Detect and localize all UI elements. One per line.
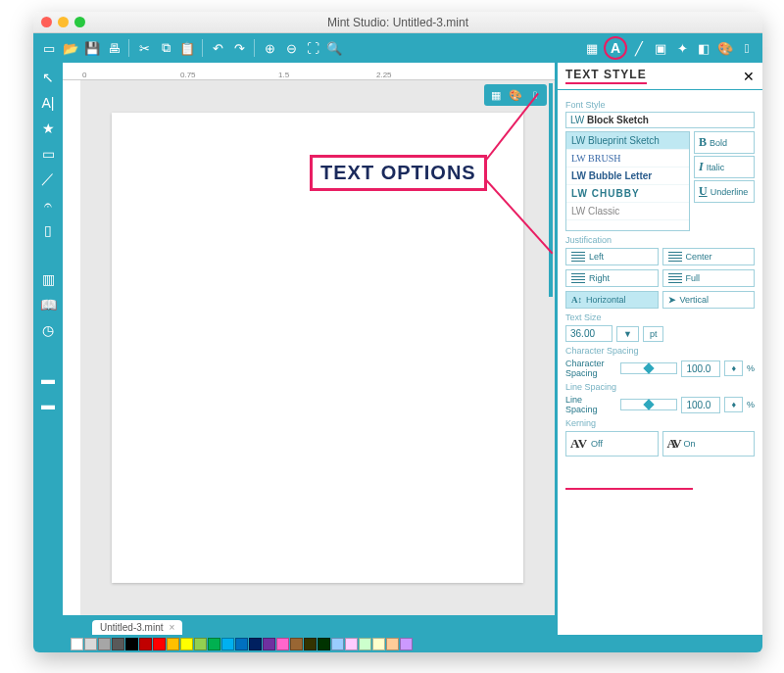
color-swatch[interactable] (276, 638, 289, 650)
font-option[interactable]: LW BRUSH (566, 150, 689, 168)
italic-button[interactable]: IItalic (694, 156, 755, 178)
rect-icon[interactable]: ▭ (37, 143, 59, 165)
color-swatch[interactable] (400, 638, 413, 650)
undo-icon[interactable]: ↶ (208, 38, 227, 58)
justify-right-button[interactable]: Right (565, 269, 659, 287)
font-name-input[interactable]: LW Block Sketch (565, 112, 755, 128)
print-icon[interactable]: 🖶 (104, 38, 123, 58)
color-swatch[interactable] (290, 638, 303, 650)
size-stepper[interactable]: ▼ (616, 326, 639, 342)
save-icon[interactable]: 💾 (82, 38, 102, 58)
tab-close-icon[interactable]: × (169, 622, 174, 633)
feather-icon[interactable]: 𓆸 (737, 38, 757, 58)
zoom-out-icon[interactable]: ⊖ (281, 38, 301, 58)
line-style-icon[interactable]: ╱ (629, 38, 649, 58)
open-icon[interactable]: 📂 (61, 38, 80, 58)
color-swatch[interactable] (180, 638, 193, 650)
char-spacing-slider[interactable] (620, 362, 677, 374)
color-swatch[interactable] (331, 638, 344, 650)
orient-horizontal-button[interactable]: A↕Horizontal (565, 291, 659, 309)
color-swatch[interactable] (372, 638, 385, 650)
document-tab[interactable]: Untitled-3.mint × (92, 620, 182, 635)
color-swatch[interactable] (235, 638, 248, 650)
line-spacing-label: Line Spacing (565, 382, 755, 392)
color-swatch[interactable] (167, 638, 179, 650)
color-swatch[interactable] (112, 638, 124, 650)
text-icon[interactable]: A| (37, 92, 59, 114)
zoom-icon[interactable] (74, 17, 85, 27)
book-icon[interactable]: 📖 (37, 294, 59, 315)
star-icon[interactable]: ★ (37, 118, 59, 139)
justify-left-button[interactable]: Left (565, 248, 659, 265)
color-swatch[interactable] (386, 638, 399, 650)
orient-vertical-button[interactable]: ➤Vertical (662, 291, 756, 309)
font-option[interactable]: LW CHUBBY (566, 185, 689, 203)
cut-icon[interactable]: ✂ (134, 38, 154, 58)
library-icon[interactable]: ▥ (37, 268, 59, 290)
kerning-off-button[interactable]: AVOff (565, 431, 659, 457)
color-swatch[interactable] (359, 638, 371, 650)
char-spacing-input[interactable]: 100.0 (681, 361, 720, 377)
font-option[interactable]: LW Classic (566, 203, 689, 220)
color-swatch[interactable] (208, 638, 220, 650)
fill-icon[interactable]: ▦ (582, 38, 602, 58)
color-swatch[interactable] (318, 638, 330, 650)
brush-icon[interactable]: 𝄐 (37, 194, 59, 216)
callout-label: TEXT OPTIONS (310, 155, 487, 191)
color-swatch[interactable] (98, 638, 111, 650)
kerning-on-button[interactable]: AVOn (662, 431, 756, 457)
font-option[interactable]: LW Blueprint Sketch (566, 132, 689, 150)
line-spacing-input[interactable]: 100.0 (681, 397, 720, 413)
redo-icon[interactable]: ↷ (229, 38, 249, 58)
badge-palette-icon[interactable]: 🎨 (507, 87, 524, 103)
layer2-icon[interactable]: ▬ (37, 394, 59, 415)
color-swatch[interactable] (153, 638, 166, 650)
select-icon[interactable]: ↖ (37, 67, 59, 88)
color-swatch[interactable] (125, 638, 138, 650)
line-spacing-slider[interactable] (620, 399, 677, 410)
eraser-icon[interactable]: ▯ (37, 219, 59, 241)
color-swatch[interactable] (194, 638, 207, 650)
close-icon[interactable] (41, 17, 52, 27)
color-swatch[interactable] (221, 638, 234, 650)
color-swatch[interactable] (249, 638, 262, 650)
panel-close-icon[interactable]: ✕ (743, 69, 755, 84)
tab-strip: Untitled-3.mint × (63, 615, 555, 635)
color-swatch[interactable] (263, 638, 275, 650)
palette-icon[interactable]: 🎨 (715, 38, 735, 58)
color-swatch[interactable] (84, 638, 97, 650)
new-icon[interactable]: ▭ (39, 38, 59, 58)
kerning-label: Kerning (565, 418, 755, 428)
minimize-icon[interactable] (58, 17, 69, 27)
annotation-bar (549, 83, 553, 297)
justify-full-button[interactable]: Full (662, 269, 756, 287)
underline-button[interactable]: UUnderline (694, 180, 755, 203)
bold-button[interactable]: BBold (694, 131, 755, 154)
text-tool-button[interactable]: A (604, 36, 627, 60)
justify-center-button[interactable]: Center (662, 248, 756, 265)
size-unit[interactable]: pt (643, 326, 664, 342)
canvas-area: 0 0.75 1.5 2.25 DESIGN VIEW ▦ 🎨 𓆸 Untitl… (63, 63, 555, 635)
font-list[interactable]: LW Blueprint Sketch LW BRUSH LW Bubble L… (565, 131, 690, 231)
zoom-fit-icon[interactable]: ⛶ (303, 38, 322, 58)
badge-grid-icon[interactable]: ▦ (487, 87, 505, 103)
color-swatch[interactable] (345, 638, 358, 650)
effects-icon[interactable]: ✦ (672, 38, 692, 58)
layer1-icon[interactable]: ▬ (37, 368, 59, 390)
crop-icon[interactable]: ▣ (651, 38, 670, 58)
line-spacing-stepper[interactable]: ♦ (724, 397, 743, 412)
left-toolbar: ↖ A| ★ ▭ ／ 𝄐 ▯ ▥ 📖 ◷ ▬ ▬ (33, 63, 63, 635)
color-swatch[interactable] (139, 638, 152, 650)
copy-icon[interactable]: ⧉ (156, 38, 175, 58)
color-swatch[interactable] (71, 638, 83, 650)
paste-icon[interactable]: 📋 (177, 38, 197, 58)
transform-icon[interactable]: ◧ (694, 38, 713, 58)
color-swatch[interactable] (304, 638, 317, 650)
char-spacing-stepper[interactable]: ♦ (724, 361, 743, 376)
text-size-input[interactable]: 36.00 (565, 325, 612, 342)
zoom-in-icon[interactable]: ⊕ (260, 38, 279, 58)
line-icon[interactable]: ／ (37, 168, 59, 190)
zoom-select-icon[interactable]: 🔍 (324, 38, 344, 58)
font-option[interactable]: LW Bubble Letter (566, 168, 689, 185)
clock-icon[interactable]: ◷ (37, 319, 59, 341)
